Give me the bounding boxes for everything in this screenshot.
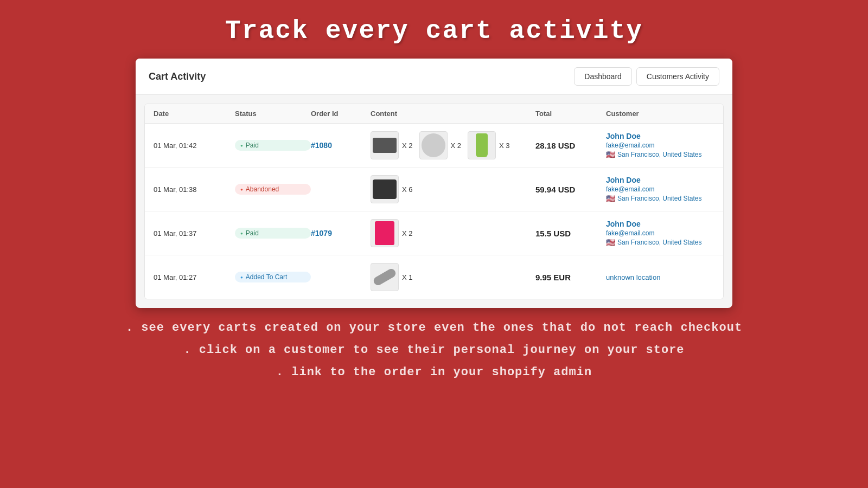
product-img [419, 131, 448, 159]
row2-date: 01 Mar, 01:38 [154, 185, 235, 194]
col-content: Content [371, 110, 535, 118]
table-row: 01 Mar, 01:37 Paid #1079 X 2 15.5 USD Jo… [145, 211, 723, 255]
row4-customer: unknown location [606, 273, 714, 281]
footer-text: . see every carts created on your store … [126, 321, 742, 379]
row3-location-link[interactable]: San Francisco, United States [617, 239, 701, 246]
row3-customer-name[interactable]: John Doe [606, 220, 714, 228]
row2-total: 59.94 USD [535, 185, 606, 194]
row1-qty1: X 2 [402, 142, 413, 150]
row4-products: X 1 [371, 263, 535, 291]
product-camera [373, 179, 397, 199]
page-title: Track every cart activity [225, 16, 643, 46]
header-buttons: Dashboard Customers Activity [574, 67, 719, 86]
product-img [468, 131, 496, 159]
product-card [375, 221, 394, 245]
footer-line2: . click on a customer to see their perso… [183, 343, 684, 357]
col-status: Status [235, 110, 311, 118]
col-total: Total [535, 110, 606, 118]
row3-products: X 2 [371, 219, 535, 247]
row2-products: X 6 [371, 175, 535, 203]
table-row: 01 Mar, 01:27 Added To Cart X 1 9.95 EUR… [145, 255, 723, 299]
product-img [371, 175, 399, 203]
row1-total: 28.18 USD [535, 141, 606, 150]
row2-customer-name[interactable]: John Doe [606, 176, 714, 184]
row3-location: 🇺🇸 San Francisco, United States [606, 238, 714, 247]
row2-location-link[interactable]: San Francisco, United States [617, 195, 701, 202]
footer-line3: . link to the order in your shopify admi… [276, 365, 592, 379]
product-img [371, 263, 399, 291]
product-thin-tool [372, 267, 397, 287]
row3-status: Paid [235, 228, 311, 239]
row4-qty1: X 1 [402, 273, 413, 281]
flag-icon: 🇺🇸 [606, 150, 615, 159]
table-header: Date Status Order Id Content Total Custo… [145, 104, 723, 124]
row4-status: Added To Cart [235, 272, 311, 282]
row1-qty2: X 2 [451, 142, 462, 150]
table-row: 01 Mar, 01:38 Abandoned X 6 59.94 USD Jo… [145, 168, 723, 211]
row3-total: 15.5 USD [535, 229, 606, 238]
col-date: Date [154, 110, 235, 118]
col-customer: Customer [606, 110, 714, 118]
row2-customer: John Doe fake@email.com 🇺🇸 San Francisco… [606, 176, 714, 203]
col-order-id: Order Id [311, 110, 371, 118]
row4-unknown-location[interactable]: unknown location [606, 273, 714, 281]
app-window: Cart Activity Dashboard Customers Activi… [136, 59, 732, 308]
row1-date: 01 Mar, 01:42 [154, 142, 235, 150]
row1-qty3: X 3 [499, 142, 510, 150]
row1-customer-name[interactable]: John Doe [606, 132, 714, 140]
row1-customer: John Doe fake@email.com 🇺🇸 San Francisco… [606, 132, 714, 159]
cart-table: Date Status Order Id Content Total Custo… [144, 104, 724, 299]
table-row: 01 Mar, 01:42 Paid #1080 X 2 X 2 X 3 28.… [145, 124, 723, 168]
row2-customer-email[interactable]: fake@email.com [606, 185, 714, 193]
customers-activity-button[interactable]: Customers Activity [636, 67, 719, 86]
product-bottle [476, 133, 488, 157]
row3-customer-email[interactable]: fake@email.com [606, 229, 714, 237]
row1-products: X 2 X 2 X 3 [371, 131, 535, 159]
product-img [371, 219, 399, 247]
app-title: Cart Activity [149, 71, 206, 82]
product-dark-rect [373, 138, 397, 153]
dashboard-button[interactable]: Dashboard [574, 67, 632, 86]
row2-location: 🇺🇸 San Francisco, United States [606, 194, 714, 203]
flag-icon: 🇺🇸 [606, 194, 615, 203]
row4-date: 01 Mar, 01:27 [154, 273, 235, 281]
row1-order-id[interactable]: #1080 [311, 141, 371, 150]
row1-location-link[interactable]: San Francisco, United States [617, 151, 701, 158]
product-img [371, 131, 399, 159]
app-header: Cart Activity Dashboard Customers Activi… [136, 59, 732, 95]
row3-order-id[interactable]: #1079 [311, 229, 371, 237]
row1-status: Paid [235, 140, 311, 151]
product-tool [422, 133, 445, 157]
footer-line1: . see every carts created on your store … [126, 321, 742, 335]
row2-qty1: X 6 [402, 185, 413, 194]
row3-customer: John Doe fake@email.com 🇺🇸 San Francisco… [606, 220, 714, 247]
row3-date: 01 Mar, 01:37 [154, 229, 235, 237]
row1-location: 🇺🇸 San Francisco, United States [606, 150, 714, 159]
row3-qty1: X 2 [402, 229, 413, 237]
row2-status: Abandoned [235, 184, 311, 195]
row4-total: 9.95 EUR [535, 273, 606, 282]
flag-icon: 🇺🇸 [606, 238, 615, 247]
row1-customer-email[interactable]: fake@email.com [606, 142, 714, 149]
